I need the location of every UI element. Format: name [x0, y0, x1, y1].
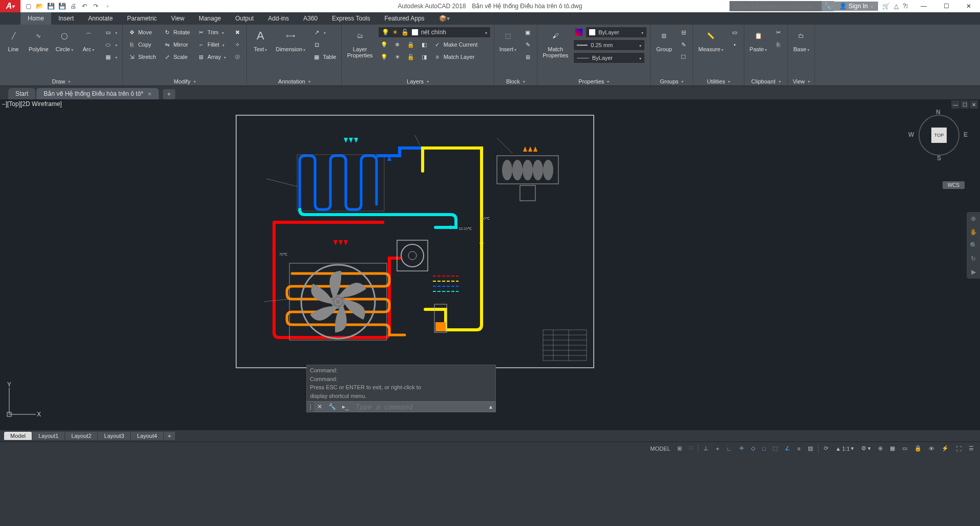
- save-icon[interactable]: 💾: [46, 2, 55, 11]
- explode-icon[interactable]: ✧: [231, 39, 243, 50]
- lock-ui[interactable]: 🔒: [911, 443, 925, 454]
- layout-tab-2[interactable]: Layout2: [65, 432, 98, 440]
- viewcube-e[interactable]: E: [964, 131, 968, 138]
- close-icon[interactable]: ✕: [148, 91, 152, 97]
- workspace-switch[interactable]: ⚙ ▾: [858, 443, 874, 454]
- measure-button[interactable]: 📏Measure: [695, 26, 726, 54]
- infer-toggle[interactable]: ⊥: [700, 443, 712, 454]
- text-button[interactable]: AText: [249, 26, 272, 54]
- pan-icon[interactable]: ✋: [967, 225, 980, 239]
- point-icon[interactable]: •: [728, 39, 741, 50]
- rotate-button[interactable]: ↻Rotate: [161, 27, 192, 38]
- maximize-button[interactable]: ☐: [935, 0, 957, 12]
- layer-on-icon[interactable]: 💡: [378, 51, 390, 62]
- layer-thaw-icon[interactable]: ☀: [391, 51, 404, 62]
- mirror-button[interactable]: ⇋Mirror: [161, 39, 192, 50]
- panel-annotation-title[interactable]: Annotation: [249, 77, 339, 86]
- group-select-icon[interactable]: ☐: [677, 51, 690, 62]
- plot-icon[interactable]: 🖨: [69, 2, 78, 11]
- qat-more[interactable]: [102, 2, 112, 11]
- tab-express[interactable]: Express Tools: [325, 12, 377, 25]
- exchange-icon[interactable]: 🛒: [882, 3, 890, 10]
- file-tab-active[interactable]: Bản vẽ Hệ thống Điều hòa trên ô tô*✕: [36, 88, 158, 99]
- new-file-tab[interactable]: +: [163, 89, 175, 99]
- viewport-label[interactable]: –][Top][2D Wireframe]: [2, 100, 62, 108]
- tab-annotate[interactable]: Annotate: [81, 12, 120, 25]
- cmd-options-icon[interactable]: 🔧: [325, 402, 339, 412]
- layer-lock-icon[interactable]: 🔒: [405, 39, 417, 50]
- panel-block-title[interactable]: Block: [496, 77, 535, 86]
- command-input[interactable]: [352, 402, 486, 412]
- layer-off-icon[interactable]: 💡: [378, 39, 390, 50]
- signin-button[interactable]: 👤 Sign In: [834, 2, 878, 11]
- viewcube-s[interactable]: S: [937, 155, 941, 162]
- group-button[interactable]: ⊞Group: [653, 26, 675, 54]
- trim-button[interactable]: ✂Trim: [195, 27, 228, 38]
- iso-toggle[interactable]: ◇: [748, 443, 758, 454]
- panel-groups-title[interactable]: Groups: [653, 77, 691, 86]
- app-logo[interactable]: A▾: [0, 0, 20, 12]
- match-properties-button[interactable]: 🖌Match Properties: [539, 26, 571, 60]
- move-button[interactable]: ✥Move: [126, 27, 158, 38]
- panel-properties-title[interactable]: Properties: [539, 77, 648, 86]
- create-block-icon[interactable]: ▣: [522, 27, 534, 38]
- wcs-badge[interactable]: WCS: [943, 181, 965, 189]
- transparency-toggle[interactable]: ▨: [805, 443, 816, 454]
- ungroup-icon[interactable]: ⊟: [677, 27, 690, 38]
- layer-iso-icon[interactable]: ◧: [418, 39, 430, 50]
- open-icon[interactable]: 📂: [35, 2, 44, 11]
- line-button[interactable]: ╱Line: [2, 26, 25, 54]
- hatch-icon[interactable]: ▦: [102, 51, 119, 62]
- tab-addins[interactable]: Add-ins: [261, 12, 296, 25]
- tab-output[interactable]: Output: [228, 12, 261, 25]
- help-icon[interactable]: ?⃝: [903, 3, 908, 10]
- panel-modify-title[interactable]: Modify: [125, 77, 245, 86]
- panel-draw-title[interactable]: Draw: [2, 77, 120, 86]
- viewcube-w[interactable]: W: [908, 131, 914, 138]
- search-icon[interactable]: 🔧: [822, 1, 834, 11]
- edit-block-icon[interactable]: ✎: [522, 39, 534, 50]
- arc-button[interactable]: ⌒Arc: [77, 26, 100, 54]
- array-button[interactable]: ⊞Array: [195, 51, 228, 62]
- select-all-icon[interactable]: ▭: [728, 27, 741, 38]
- showmotion-icon[interactable]: ▶: [967, 265, 980, 279]
- annotation-scale[interactable]: ▲ 1:1 ▾: [832, 443, 857, 454]
- vp-close-icon[interactable]: ✕: [970, 100, 978, 109]
- vp-minimize-icon[interactable]: —: [951, 100, 960, 109]
- color-dropdown[interactable]: ByLayer: [586, 27, 647, 38]
- zoom-icon[interactable]: 🔍: [967, 239, 980, 252]
- help-search-input[interactable]: [729, 1, 822, 11]
- stretch-button[interactable]: ⇲Stretch: [126, 51, 158, 62]
- layer-unlock-icon[interactable]: 🔓: [405, 51, 417, 62]
- a360-icon[interactable]: △: [894, 3, 899, 10]
- panel-view-title[interactable]: View: [790, 77, 812, 86]
- layer-properties-button[interactable]: 🗂Layer Properties: [344, 26, 376, 60]
- cmd-expand-icon[interactable]: ▴: [486, 402, 495, 412]
- add-layout-button[interactable]: +: [164, 432, 176, 440]
- mleader-icon[interactable]: ⊡: [310, 39, 338, 50]
- copy-button[interactable]: ⎘Copy: [126, 39, 158, 50]
- close-cmd-icon[interactable]: ✕: [314, 402, 325, 412]
- grid-toggle[interactable]: ⊞: [674, 443, 685, 454]
- customize-status[interactable]: ☰: [966, 443, 977, 454]
- layer-freeze-icon[interactable]: ❄: [391, 39, 404, 50]
- otrack-toggle[interactable]: ∠: [782, 443, 793, 454]
- selection-cycling[interactable]: ⟳: [821, 443, 831, 454]
- layer-uniso-icon[interactable]: ◨: [418, 51, 430, 62]
- layout-tab-3[interactable]: Layout3: [98, 432, 131, 440]
- paste-button[interactable]: 📋Paste: [746, 26, 770, 54]
- hardware-accel[interactable]: ⚡: [939, 443, 952, 454]
- file-tab-start[interactable]: Start: [8, 88, 35, 99]
- drawing-canvas[interactable]: –][Top][2D Wireframe] — ☐ ✕ TOP N S E W …: [0, 99, 980, 430]
- new-icon[interactable]: ▢: [24, 2, 33, 11]
- cut-icon[interactable]: ✂: [772, 27, 784, 38]
- panel-utilities-title[interactable]: Utilities: [695, 77, 742, 86]
- make-current-button[interactable]: ✓Make Current: [431, 39, 480, 50]
- tab-a360[interactable]: A360: [296, 12, 325, 25]
- grip-icon[interactable]: [307, 402, 314, 412]
- tab-home[interactable]: Home: [20, 12, 51, 25]
- units-toggle[interactable]: ▦: [887, 443, 898, 454]
- 3dosnap-toggle[interactable]: ⬚: [769, 443, 781, 454]
- insert-block-button[interactable]: ⬚Insert: [496, 26, 520, 54]
- base-button[interactable]: 🗀Base: [790, 26, 812, 54]
